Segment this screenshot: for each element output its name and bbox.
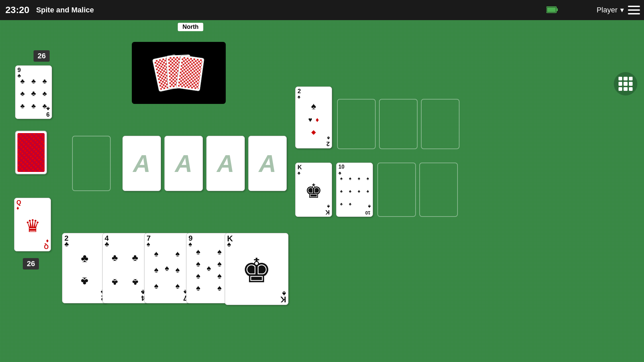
two-rank-bottom: 2 (326, 141, 330, 147)
right-placeholder-2[interactable] (379, 99, 418, 149)
ten-rank: 10 (338, 164, 344, 170)
card-rank-bottom: 9 (46, 111, 50, 117)
menu-line-1 (628, 6, 640, 7)
two-suit-bottom: ♠ (327, 135, 330, 141)
ten-spades-card[interactable]: 10 ♠ ♠ ♠ ♠ ♠ ♠ ♠ ♠ ♠ ♠ ♠ 10 ♠ (336, 163, 373, 217)
north-score: 26 (34, 50, 50, 62)
king-suit-bottom: ♠ (327, 204, 330, 209)
card-suit-bottom: ♣ (46, 106, 50, 111)
discard-pile-2[interactable]: A (164, 136, 203, 191)
card-rank: 9 (17, 67, 21, 73)
hand-card-2clubs[interactable]: 2 ♣ ♣ ♣ 2 ♣ (62, 233, 107, 303)
grid-button[interactable] (614, 72, 637, 96)
right-placeholder-4[interactable] (377, 163, 416, 217)
queen-rank-bottom: Q (44, 244, 49, 250)
discard-pile-3[interactable]: A (206, 136, 245, 191)
player-button[interactable]: Player ▾ (597, 0, 624, 20)
king-spades-card[interactable]: K ♠ ♚ K ♠ (295, 163, 332, 217)
topbar: 23:20 Spite and Malice Player ▾ (0, 0, 644, 20)
opponent-play-card[interactable]: 2 ♠ ♠ ♥ ♦ ◆ 2 ♠ (295, 86, 332, 148)
king-rank-bottom: K (325, 209, 330, 215)
king-rank: K (298, 164, 302, 170)
right-placeholder-1[interactable] (337, 99, 376, 149)
queen-suit-bottom: ♦ (46, 238, 49, 244)
svg-rect-2 (556, 8, 558, 11)
two-spades-rank: 2 (298, 88, 301, 94)
north-hand (132, 42, 226, 104)
game-area: North 26 9 ♣ ♣ ♣ ♣ ♣ ♣ (0, 20, 644, 362)
right-placeholder-3[interactable] (421, 99, 460, 149)
player-arrow: ▾ (620, 6, 624, 14)
menu-line-3 (628, 13, 640, 14)
opponent-stock-card[interactable]: 9 ♣ ♣ ♣ ♣ ♣ ♣ ♣ ♣ ♣ ♣ 9 ♣ (15, 65, 52, 119)
player-stock-back[interactable] (15, 131, 47, 174)
hand-card-kingspades[interactable]: K ♠ ♚ K ♠ (225, 233, 288, 305)
south-score: 26 (23, 258, 39, 269)
card-back-pattern (17, 133, 45, 172)
discard-pile-1[interactable]: A (122, 136, 161, 191)
hand-card-7spades[interactable]: 7 ♠ ♠ ♠ ♠ ♠ ♠ ♠ ♠ 7 ♠ (144, 233, 190, 303)
battery-icon (546, 6, 558, 13)
north-card-3 (176, 55, 204, 91)
hand-card-4clubs[interactable]: 4 ♣ ♣ ♣ ♣ ♣ 4 ♣ (102, 233, 148, 303)
grid-icon (619, 77, 633, 91)
discard-pile-4[interactable]: A (248, 136, 287, 191)
ten-suit-bottom: ♠ (368, 204, 371, 209)
queen-rank: Q (16, 199, 21, 205)
player-stock-top-card[interactable]: Q ♦ ♛ Q ♦ (14, 198, 51, 251)
discard-placeholder-1[interactable] (72, 136, 111, 191)
north-label: North (178, 23, 203, 31)
menu-line-2 (628, 9, 640, 11)
right-placeholder-5[interactable] (419, 163, 458, 217)
player-label: Player (597, 6, 618, 14)
app-title: Spite and Malice (36, 6, 94, 14)
svg-rect-1 (547, 7, 556, 12)
ten-rank-bottom: 10 (365, 210, 371, 215)
menu-button[interactable] (624, 0, 644, 20)
clock: 23:20 (5, 5, 30, 15)
